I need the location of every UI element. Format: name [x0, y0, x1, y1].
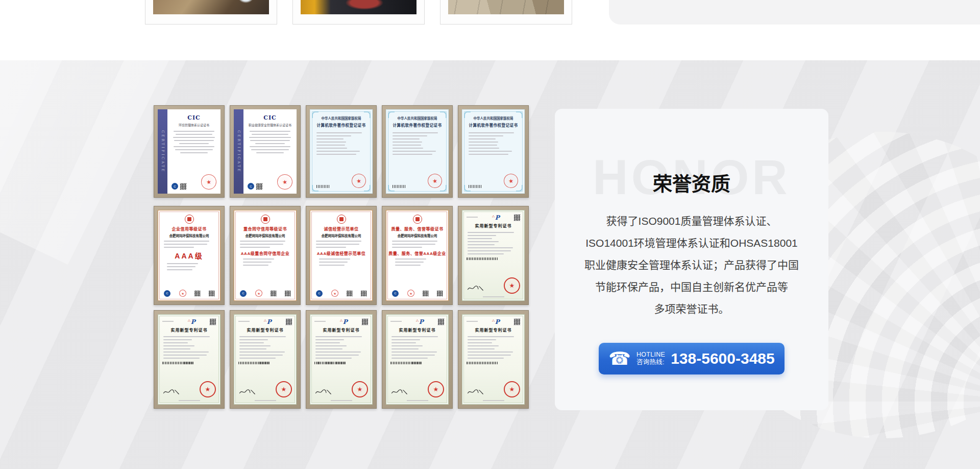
certificate-page: ∴P实用新型专利证书★ [462, 210, 525, 301]
hotline-label-zh: 咨询热线: [636, 359, 665, 366]
certificate-copyright[interactable]: 中华人民共和国国家版权局计算机软件著作权登记证书★ [306, 105, 377, 198]
certificate-number-line [467, 217, 478, 218]
cnipa-logo-icon: ∴P [188, 319, 195, 325]
construction-photo-pit [448, 0, 564, 14]
phone-icon: ☎ [608, 349, 631, 367]
certificate-header: ∴P [467, 319, 520, 325]
honor-description: 获得了ISO9001质量管理体系认证、 ISO14001环境管理体系认证和OHS… [568, 210, 815, 320]
certificate-page: 中华人民共和国国家版权局计算机软件著作权登记证书★ [462, 109, 525, 194]
text-line [469, 138, 496, 139]
corner-flourish-icon [440, 185, 447, 192]
certificate-patent[interactable]: ∴P实用新型专利证书★ [154, 310, 225, 409]
red-emblem-core [339, 217, 344, 221]
hotline-labels: HOTLINE 咨询热线: [636, 351, 665, 366]
text-line [163, 345, 194, 346]
text-line [239, 348, 266, 349]
text-line [180, 152, 207, 153]
corner-flourish-icon [440, 111, 447, 118]
hotline-button[interactable]: ☎ HOTLINE 咨询热线: 138-5600-3485 [599, 343, 785, 374]
text-line [316, 244, 359, 245]
certificate-title: 计算机软件著作权登记证书 [393, 122, 442, 128]
red-seal-icon: ★ [276, 381, 292, 397]
certificate-credit[interactable]: 企业信用等级证书合肥珂玛环保科技有限公司AAA级C★ [154, 206, 225, 305]
certificate-copyright[interactable]: 中华人民共和国国家版权局计算机软件著作权登记证书★ [458, 105, 529, 198]
text-line [468, 253, 504, 254]
certificate-header: ∴P [238, 319, 292, 325]
cic-logo: CIC [263, 114, 277, 121]
cnipa-logo-icon: ∴P [492, 215, 500, 221]
text-line [393, 145, 421, 146]
text-line [167, 266, 195, 267]
text-line [468, 232, 514, 233]
certificate-page: ∴P实用新型专利证书★ [158, 314, 220, 405]
text-line [468, 342, 492, 343]
cnipa-logo-dots: ∴ [492, 318, 494, 323]
honor-section: CERTIFICATECIC环境管理体系认证证书C★CERTIFICATECIC… [0, 60, 980, 469]
certificate-seals-row: C★ [170, 174, 217, 191]
red-seal-icon: ★ [504, 277, 520, 294]
qr-code-icon [271, 291, 276, 296]
project-photo-card-3[interactable] [440, 0, 572, 25]
red-emblem-icon [261, 215, 270, 224]
certificate-patent[interactable]: ∴P实用新型专利证书★ [306, 310, 377, 409]
org-logo-icon: C [248, 183, 254, 190]
text-line [469, 148, 499, 149]
text-line [319, 262, 348, 263]
honor-paragraph-line: 节能环保产品，中国自主创新名优产品等 [568, 276, 815, 298]
corner-flourish-icon [312, 111, 318, 118]
certificate-title: 实用新型专利证书 [467, 327, 520, 333]
company-name: 合肥珂玛环保科技有限公司 [398, 233, 437, 238]
text-line [316, 154, 356, 155]
corner-flourish-icon [388, 111, 395, 118]
signature [467, 285, 484, 294]
text-line [243, 265, 268, 266]
text-line [252, 134, 288, 135]
certificate-patent[interactable]: ∴P实用新型专利证书★ [458, 310, 529, 409]
certificate-credit[interactable]: 质量、服务、信誉等级证书合肥珂玛环保科技有限公司质量、服务、信誉AAA级企业C★ [382, 206, 453, 305]
certificate-header: ∴P [467, 215, 520, 221]
corner-flourish-icon [312, 185, 318, 192]
signature [314, 388, 332, 397]
certificate-page: 中华人民共和国国家版权局计算机软件著作权登记证书★ [310, 109, 373, 194]
text-line [393, 148, 423, 149]
certificate-cic[interactable]: CERTIFICATECIC环境管理体系认证证书C★ [154, 105, 225, 198]
text-line [469, 151, 512, 152]
text-line [391, 355, 435, 356]
certificate-side-band: CERTIFICATE [158, 109, 167, 194]
certificate-copyright[interactable]: 中华人民共和国国家版权局计算机软件著作权登记证书★ [382, 105, 453, 198]
text-line [316, 142, 346, 143]
text-line [255, 143, 285, 144]
barcode-icon [390, 362, 422, 364]
certificate-patent[interactable]: ∴P实用新型专利证书★ [382, 310, 453, 409]
text-line [243, 262, 272, 263]
certificate-title: 实用新型专利证书 [390, 327, 444, 333]
text-line [469, 154, 508, 155]
text-line [239, 345, 271, 346]
certificate-page: 重合同守信用等级证书合肥珂玛环保科技有限公司AAA级重合同守信用企业C★ [234, 210, 297, 301]
text-line [239, 342, 264, 343]
certificate-credit[interactable]: 重合同守信用等级证书合肥珂玛环保科技有限公司AAA级重合同守信用企业C★ [230, 206, 301, 305]
project-photo-card-1[interactable] [145, 0, 277, 25]
text-line [468, 238, 492, 239]
honor-paragraph-line: ISO14001环境管理体系认证和OHSAS18001 [568, 232, 815, 254]
qr-code-icon [256, 183, 262, 190]
certificate-authority: 中华人民共和国国家版权局 [474, 115, 513, 121]
certificate-seals-row: ★ [467, 277, 520, 294]
honor-paragraph-line: 职业健康安全管理体系认证；产品获得了中国 [568, 254, 815, 276]
certificate-patent[interactable]: ∴P实用新型专利证书★ [230, 310, 301, 409]
certificate-cic[interactable]: CERTIFICATECIC职业健康安全管理体系认证证书C★ [230, 105, 301, 198]
red-seal-icon: ★ [200, 381, 216, 397]
certificate-page: 质量、服务、信誉等级证书合肥珂玛环保科技有限公司质量、服务、信誉AAA级企业C★ [386, 210, 449, 301]
certificate-page: CERTIFICATECIC环境管理体系认证证书C★ [158, 109, 220, 194]
qr-code-icon [423, 291, 428, 296]
certificate-side-band: CERTIFICATE [234, 109, 243, 194]
certificate-credit[interactable]: 诚信经营示范单位合肥珂玛环保科技有限公司AAA级诚信经营示范单位C★ [306, 206, 377, 305]
text-line [179, 143, 209, 144]
certificate-page: ∴P实用新型专利证书★ [310, 314, 373, 405]
construction-photo-excavation [153, 0, 269, 14]
text-line [468, 358, 504, 359]
text-line [250, 140, 289, 141]
certificate-patent[interactable]: ∴P实用新型专利证书★ [458, 206, 529, 305]
text-line [240, 241, 285, 242]
project-photo-card-2[interactable] [292, 0, 425, 25]
